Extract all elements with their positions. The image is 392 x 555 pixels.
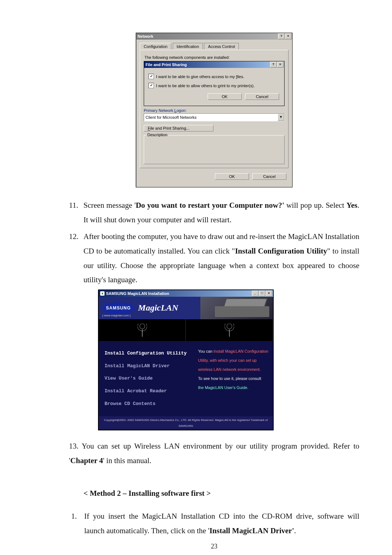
network-title-buttons: ? × — [278, 33, 291, 39]
network-dialog: Network ? × Configuration Identification… — [136, 33, 293, 187]
antenna-right-cell — [186, 319, 273, 341]
step-12: 12. After booting the computer, you have… — [69, 230, 359, 288]
minimize-icon[interactable]: _ — [252, 291, 258, 296]
menu-install-config-utility[interactable]: Install Configuration Utility — [105, 349, 192, 358]
description-label: Description — [146, 133, 168, 137]
step-text: Screen message 'Do you want to restart y… — [83, 198, 359, 227]
step-number: 12. — [69, 230, 83, 288]
primary-network-logon-value: Client for Microsoft Networks — [146, 115, 278, 119]
method-2-heading: < Method 2 – Installing software first > — [83, 486, 359, 501]
app-icon: ♦ — [100, 291, 105, 296]
step-11: 11. Screen message 'Do you want to resta… — [69, 198, 359, 227]
step-number: 11. — [69, 198, 83, 227]
magiclan-logo-area: SAMSUNG MagicLAN [ www.magiclan.com ] — [99, 297, 200, 319]
antenna-left-cell — [99, 319, 186, 341]
body-text: 11. Screen message 'Do you want to resta… — [69, 198, 359, 538]
cancel-button[interactable]: Cancel — [252, 173, 286, 180]
magiclan-menu: Install Configuration Utility Install Ma… — [99, 341, 195, 416]
close-icon[interactable]: × — [285, 33, 291, 39]
magiclan-window-controls: _ □ × — [252, 291, 272, 296]
magiclan-header: SAMSUNG MagicLAN [ www.magiclan.com ] — [99, 297, 273, 319]
fps-title-buttons: ? × — [270, 62, 283, 68]
fps-button-row: OK Cancel — [147, 93, 279, 100]
tab-row: Configuration Identification Access Cont… — [140, 42, 289, 50]
step-13: 13. You can set up Wireless LAN environm… — [69, 439, 359, 468]
configuration-panel: The following network components are ins… — [140, 50, 289, 168]
checkbox-file-access[interactable] — [148, 74, 154, 79]
laptop-image — [200, 297, 273, 319]
chevron-down-icon[interactable]: ▼ — [278, 114, 284, 121]
network-dialog-body: Configuration Identification Access Cont… — [136, 40, 292, 187]
network-button-row: OK Cancel — [140, 173, 286, 180]
description-groupbox: Description — [144, 135, 285, 164]
checkbox-file-access-label: I want to be able to give others access … — [156, 74, 244, 79]
checkbox-file-access-row: I want to be able to give others access … — [148, 74, 280, 79]
step-text: After booting the computer, you have to … — [83, 230, 359, 288]
magiclan-icon-row — [99, 319, 273, 341]
menu-browse-cd[interactable]: Browse CD Contents — [105, 400, 192, 409]
file-print-sharing-dialog: File and Print Sharing ? × I want to be … — [144, 61, 285, 106]
step-text: If you insert the MagicLAN Installation … — [84, 509, 359, 538]
magiclan-url: [ www.magiclan.com ] — [102, 313, 130, 318]
magiclan-title-bar: ♦ SAMSUNG MagicLAN Installation _ □ × — [99, 290, 273, 297]
primary-network-logon-label: Primary Network Logon: — [144, 108, 187, 113]
network-title-bar: Network ? × — [136, 33, 292, 40]
antenna-icon — [138, 324, 147, 337]
fps-body: I want to be able to give others access … — [144, 68, 284, 106]
close-icon[interactable]: × — [277, 62, 283, 68]
checkbox-printer-access-row: I want to be able to allow others to pri… — [148, 83, 280, 88]
menu-install-acrobat[interactable]: Install Acrobat Reader — [105, 387, 192, 396]
ok-button[interactable]: OK — [208, 93, 242, 100]
magiclan-body: Install Configuration Utility Install Ma… — [99, 341, 273, 416]
step-number: 1. — [69, 509, 84, 538]
menu-install-driver[interactable]: Install MagicLAN Driver — [105, 362, 192, 371]
method2-steps: 1. If you insert the MagicLAN Installati… — [69, 509, 359, 538]
method2-step-1: 1. If you insert the MagicLAN Installati… — [69, 509, 359, 538]
magiclan-installer-window: ♦ SAMSUNG MagicLAN Installation _ □ × SA… — [98, 289, 274, 430]
fps-title-bar: File and Print Sharing ? × — [144, 61, 284, 68]
ok-button[interactable]: OK — [215, 173, 249, 180]
help-icon[interactable]: ? — [278, 33, 285, 39]
checkbox-printer-access-label: I want to be able to allow others to pri… — [156, 84, 254, 88]
page-number: 23 — [69, 543, 359, 550]
tab-identification[interactable]: Identification — [173, 43, 203, 49]
magiclan-brand: MagicLAN — [138, 300, 178, 316]
primary-network-logon-dropdown[interactable]: Client for Microsoft Networks ▼ — [144, 113, 285, 121]
laptop-body-icon — [215, 306, 269, 317]
steps-list: 11. Screen message 'Do you want to resta… — [69, 198, 359, 287]
menu-view-users-guide[interactable]: View User's Guide — [105, 374, 192, 383]
magiclan-title: SAMSUNG MagicLAN Installation — [106, 290, 252, 297]
help-icon[interactable]: ? — [270, 62, 277, 68]
fps-title: File and Print Sharing — [146, 62, 270, 67]
samsung-logo: SAMSUNG — [102, 303, 134, 314]
magiclan-description: You can Install MagicLAN Configuration U… — [195, 341, 273, 416]
checkbox-printer-access[interactable] — [148, 83, 154, 88]
antenna-icon — [225, 324, 234, 337]
cancel-button[interactable]: Cancel — [245, 93, 279, 100]
tab-configuration[interactable]: Configuration — [140, 43, 171, 49]
installed-components-label: The following network components are ins… — [144, 55, 230, 60]
close-icon[interactable]: × — [266, 291, 272, 296]
file-and-print-sharing-button[interactable]: File and Print Sharing... — [144, 125, 213, 131]
network-title: Network — [138, 34, 278, 39]
magiclan-copyright: Copyright@2001~2002 SAMSUNG Electro-Mech… — [99, 416, 273, 429]
maximize-icon[interactable]: □ — [259, 291, 265, 296]
tab-access-control[interactable]: Access Control — [204, 43, 239, 49]
